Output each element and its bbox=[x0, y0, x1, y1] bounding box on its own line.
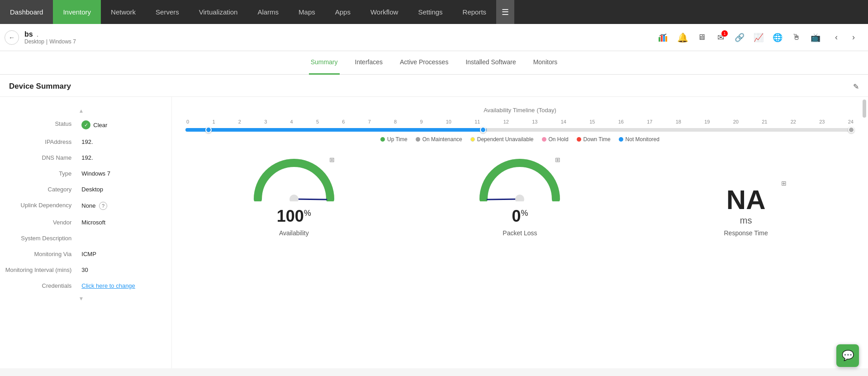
edit-icon[interactable]: ✎ bbox=[853, 82, 859, 91]
top-nav: Dashboard Inventory Network Servers Virt… bbox=[0, 0, 868, 24]
ip-label: IPAddress bbox=[0, 134, 78, 150]
gauge-icon-packet-loss[interactable]: ⊞ bbox=[555, 156, 560, 163]
tab-monitors[interactable]: Monitors bbox=[531, 51, 560, 75]
tab-summary[interactable]: Summary bbox=[309, 51, 340, 75]
section-header: Device Summary ✎ bbox=[0, 75, 868, 97]
vendor-label: Vendor bbox=[0, 214, 78, 230]
device-os: Windows 7 bbox=[49, 38, 76, 45]
nav-reports[interactable]: Reports bbox=[453, 0, 497, 24]
monvia-value: ICMP bbox=[78, 246, 162, 262]
prev-arrow[interactable]: ‹ bbox=[828, 29, 844, 46]
credentials-label: Credentials bbox=[0, 278, 78, 294]
type-label: Type bbox=[0, 166, 78, 181]
gauge-icon-response-time[interactable]: ⊞ bbox=[781, 180, 787, 187]
tab-installed-software[interactable]: Installed Software bbox=[464, 51, 517, 75]
nav-maps[interactable]: Maps bbox=[289, 0, 325, 24]
scroll-down[interactable]: ▼ bbox=[0, 294, 162, 304]
device-type: Desktop bbox=[24, 38, 44, 45]
packet-loss-gauge: ⊞ 0% bbox=[479, 156, 560, 237]
link-icon[interactable]: 🔗 bbox=[731, 29, 748, 46]
category-label: Category bbox=[0, 181, 78, 197]
monitor-icon[interactable]: 🖥 bbox=[693, 29, 710, 46]
bell-icon[interactable]: 🔔 bbox=[674, 29, 691, 46]
nav-network[interactable]: Network bbox=[101, 0, 146, 24]
timeline-progress bbox=[185, 128, 487, 132]
status-badge: ✓ Clear bbox=[81, 120, 159, 129]
display-icon[interactable]: 📺 bbox=[807, 29, 824, 46]
timeline-handle-right[interactable] bbox=[480, 127, 486, 133]
mail-icon[interactable]: ✉ 1 bbox=[712, 29, 729, 46]
globe-icon[interactable]: 🌐 bbox=[769, 29, 786, 46]
moninterval-value: 30 bbox=[78, 262, 162, 278]
timeline-handle-end[interactable] bbox=[848, 127, 854, 133]
response-time-unit: ms bbox=[740, 215, 752, 226]
nav-settings[interactable]: Settings bbox=[408, 0, 452, 24]
nav-dashboard[interactable]: Dashboard bbox=[0, 0, 53, 24]
credentials-link[interactable]: Click here to change bbox=[81, 282, 135, 289]
availability-value: 100% bbox=[277, 207, 311, 226]
right-panel: Availability Timeline (Today) 0 1 2 3 4 … bbox=[172, 97, 868, 368]
detail-table: Status ✓ Clear IPAddress 192. DNS Name 1… bbox=[0, 116, 162, 294]
chart-icon[interactable] bbox=[655, 29, 672, 46]
table-row: Type Windows 7 bbox=[0, 166, 162, 181]
legend-dep-unavail: Dependent Unavailable bbox=[470, 136, 534, 143]
nav-servers[interactable]: Servers bbox=[146, 0, 189, 24]
sysdesc-label: System Description bbox=[0, 230, 78, 246]
legend-maintenance: On Maintenance bbox=[416, 136, 462, 143]
next-arrow[interactable]: › bbox=[845, 29, 862, 46]
timeline-legend: Up Time On Maintenance Dependent Unavail… bbox=[185, 136, 854, 143]
table-row: Monitoring Via ICMP bbox=[0, 246, 162, 262]
nav-workflow[interactable]: Workflow bbox=[360, 0, 408, 24]
monvia-label: Monitoring Via bbox=[0, 246, 78, 262]
uplink-value: None bbox=[81, 202, 95, 209]
category-value: Desktop bbox=[78, 181, 162, 197]
svg-line-4 bbox=[294, 199, 327, 200]
packet-loss-label: Packet Loss bbox=[503, 229, 537, 237]
gauges-row: ⊞ 100% bbox=[185, 156, 854, 237]
timeline-track[interactable] bbox=[185, 128, 854, 132]
packet-loss-value: 0% bbox=[512, 207, 528, 226]
nav-arrows: ‹ › bbox=[828, 29, 862, 46]
status-value: Clear bbox=[93, 122, 107, 129]
tabs-bar: Summary Interfaces Active Processes Inst… bbox=[0, 51, 868, 75]
type-value: Windows 7 bbox=[78, 166, 162, 181]
menu-button[interactable]: ☰ bbox=[496, 0, 514, 24]
nav-virtualization[interactable]: Virtualization bbox=[189, 0, 248, 24]
legend-dot-dep-unavail bbox=[470, 137, 475, 142]
tab-interfaces[interactable]: Interfaces bbox=[353, 51, 384, 75]
table-row: Vendor Microsoft bbox=[0, 214, 162, 230]
timeline-hours: 0 1 2 3 4 5 6 7 8 9 10 11 12 13 14 15 16 bbox=[185, 119, 854, 124]
response-time-value: NA bbox=[726, 184, 766, 215]
availability-svg bbox=[253, 156, 335, 201]
device-dot: . bbox=[37, 30, 38, 38]
legend-dot-maintenance bbox=[416, 137, 420, 142]
tab-active-processes[interactable]: Active Processes bbox=[398, 51, 450, 75]
detail-panel: ▲ Status ✓ Clear IPAddress 192. bbox=[0, 97, 172, 368]
graph-icon[interactable]: 📈 bbox=[750, 29, 767, 46]
gauge-icon-availability[interactable]: ⊞ bbox=[329, 156, 335, 163]
header-icons: 🔔 🖥 ✉ 1 🔗 📈 🌐 🖱 📺 ‹ › bbox=[655, 29, 863, 46]
sysdesc-value bbox=[78, 230, 162, 246]
legend-dot-uptime bbox=[380, 137, 385, 142]
response-time-gauge: ⊞ NA ms Response Time bbox=[705, 180, 787, 237]
remote-icon[interactable]: 🖱 bbox=[788, 29, 805, 46]
table-row: Category Desktop bbox=[0, 181, 162, 197]
help-icon[interactable]: ? bbox=[99, 202, 107, 210]
dns-value: 192. bbox=[78, 150, 162, 166]
table-row: IPAddress 192. bbox=[0, 134, 162, 150]
device-info: bs . Desktop | Windows 7 bbox=[24, 30, 655, 45]
legend-dot-downtime bbox=[577, 137, 581, 142]
chat-button[interactable]: 💬 bbox=[836, 344, 859, 367]
nav-apps[interactable]: Apps bbox=[325, 0, 360, 24]
main-content: Device Summary ✎ ▲ Status ✓ Clear IPAddr… bbox=[0, 75, 868, 368]
scroll-up[interactable]: ▲ bbox=[0, 106, 162, 116]
scrollbar-indicator[interactable] bbox=[863, 100, 866, 118]
svg-point-5 bbox=[289, 195, 299, 201]
dns-label: DNS Name bbox=[0, 150, 78, 166]
back-button[interactable]: ← bbox=[5, 30, 19, 45]
timeline-handle-left[interactable] bbox=[205, 127, 212, 133]
device-header: ← bs . Desktop | Windows 7 🔔 🖥 ✉ 1 🔗 📈 bbox=[0, 24, 868, 51]
status-label: Status bbox=[0, 116, 78, 134]
nav-alarms[interactable]: Alarms bbox=[247, 0, 289, 24]
nav-inventory[interactable]: Inventory bbox=[53, 0, 101, 24]
